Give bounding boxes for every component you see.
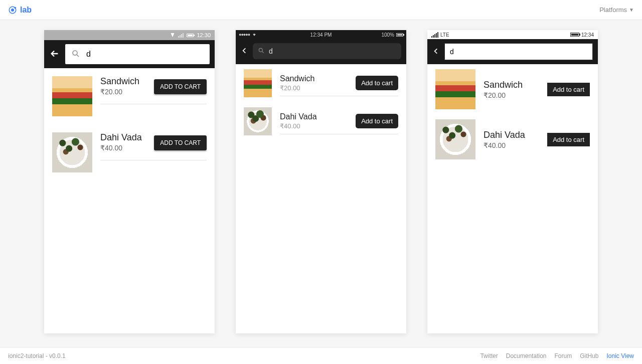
svg-point-1 <box>11 9 14 12</box>
svg-point-3 <box>73 51 77 55</box>
battery-icon <box>396 33 403 37</box>
list-item[interactable]: Sandwich ₹20.00 Add to cart <box>236 64 406 102</box>
item-price: ₹20.00 <box>280 84 314 92</box>
app-info: ionic2-tutorial - v0.0.1 <box>8 352 66 359</box>
battery-icon <box>570 33 579 37</box>
device-canvas: 12:30 Sandwich ₹20.00 AD <box>0 20 642 347</box>
list-item[interactable]: Dahi Vada ₹40.00 Add to cart <box>236 102 406 140</box>
add-to-cart-button[interactable]: ADD TO CART <box>154 135 207 150</box>
wp-header <box>427 39 598 64</box>
android-content: Sandwich ₹20.00 ADD TO CART Dahi Vada ₹4… <box>44 68 215 333</box>
item-thumbnail <box>244 107 272 135</box>
android-statusbar: 12:30 <box>44 30 215 40</box>
wifi-icon <box>171 33 175 37</box>
ios-header <box>236 39 406 64</box>
item-title: Dahi Vada <box>484 130 525 140</box>
ios-statusbar: ●●●●● 12:34 PM 100% <box>236 30 406 39</box>
item-title: Sandwich <box>484 80 523 90</box>
list-item[interactable]: Dahi Vada ₹40.00 ADD TO CART <box>44 124 215 180</box>
search-input[interactable] <box>86 50 204 59</box>
list-item[interactable]: Dahi Vada ₹40.00 Add to cart <box>427 114 598 164</box>
android-time: 12:30 <box>197 32 211 38</box>
add-to-cart-button[interactable]: Add to cart <box>547 83 590 96</box>
item-thumbnail <box>52 132 92 172</box>
signal-icon <box>431 32 438 38</box>
svg-point-2 <box>14 7 16 9</box>
item-price: ₹40.00 <box>280 122 317 130</box>
wp-searchbar[interactable] <box>444 43 593 60</box>
carrier-dots-icon: ●●●●● <box>239 32 250 37</box>
add-to-cart-button[interactable]: Add to cart <box>547 133 590 146</box>
item-thumbnail <box>52 76 92 116</box>
lab-footer: ionic2-tutorial - v0.0.1 Twitter Documen… <box>0 347 642 364</box>
back-chevron-icon[interactable] <box>241 46 248 57</box>
item-thumbnail <box>244 69 272 97</box>
link-github[interactable]: GitHub <box>580 352 598 359</box>
android-device: 12:30 Sandwich ₹20.00 AD <box>44 30 215 333</box>
item-price: ₹40.00 <box>100 144 142 152</box>
item-title: Sandwich <box>280 74 314 83</box>
battery-percent: 100% <box>381 32 394 38</box>
carrier-label: LTE <box>440 32 449 38</box>
back-arrow-icon[interactable] <box>49 48 60 61</box>
link-documentation[interactable]: Documentation <box>506 352 547 359</box>
ios-searchbar[interactable] <box>253 43 401 59</box>
platforms-dropdown[interactable]: Platforms ▼ <box>599 6 634 14</box>
lab-topbar: lab Platforms ▼ <box>0 0 642 20</box>
battery-icon <box>187 34 194 37</box>
android-header <box>44 40 215 68</box>
search-icon <box>258 47 265 56</box>
svg-point-4 <box>259 48 262 52</box>
item-price: ₹20.00 <box>100 88 139 96</box>
search-input[interactable] <box>450 48 587 56</box>
add-to-cart-button[interactable]: Add to cart <box>356 76 398 90</box>
wp-content: Sandwich ₹20.00 Add to cart Dahi Vada ₹4… <box>427 64 598 333</box>
search-icon <box>71 49 80 60</box>
logo-text: lab <box>20 6 32 15</box>
list-item[interactable]: Sandwich ₹20.00 Add to cart <box>427 64 598 114</box>
list-item[interactable]: Sandwich ₹20.00 ADD TO CART <box>44 68 215 124</box>
lab-logo[interactable]: lab <box>8 6 32 15</box>
link-forum[interactable]: Forum <box>554 352 572 359</box>
item-price: ₹20.00 <box>484 91 523 99</box>
ionic-logo-icon <box>8 6 17 15</box>
search-input[interactable] <box>269 47 396 55</box>
item-price: ₹40.00 <box>484 141 525 149</box>
wp-statusbar: LTE 12:34 <box>427 30 598 39</box>
item-title: Sandwich <box>100 76 139 87</box>
ios-time: 12:34 PM <box>236 32 406 38</box>
platforms-label: Platforms <box>599 6 627 14</box>
add-to-cart-button[interactable]: ADD TO CART <box>154 79 207 94</box>
ios-device: ●●●●● 12:34 PM 100% <box>236 30 406 333</box>
android-searchbar[interactable] <box>65 44 210 64</box>
signal-icon <box>178 33 184 38</box>
wp-time: 12:34 <box>581 32 594 38</box>
item-title: Dahi Vada <box>280 112 317 121</box>
footer-links: Twitter Documentation Forum GitHub Ionic… <box>480 352 634 359</box>
ios-content: Sandwich ₹20.00 Add to cart Dahi Vada ₹4… <box>236 64 406 333</box>
item-thumbnail <box>435 119 475 159</box>
item-thumbnail <box>435 69 475 109</box>
wp-device: LTE 12:34 Sandwich ₹20.00 <box>427 30 598 333</box>
item-title: Dahi Vada <box>100 132 142 143</box>
link-ionic-view[interactable]: Ionic View <box>607 352 634 359</box>
chevron-down-icon: ▼ <box>629 7 634 13</box>
back-chevron-icon[interactable] <box>432 46 439 58</box>
wifi-icon <box>252 33 257 37</box>
link-twitter[interactable]: Twitter <box>480 352 498 359</box>
add-to-cart-button[interactable]: Add to cart <box>356 114 398 128</box>
